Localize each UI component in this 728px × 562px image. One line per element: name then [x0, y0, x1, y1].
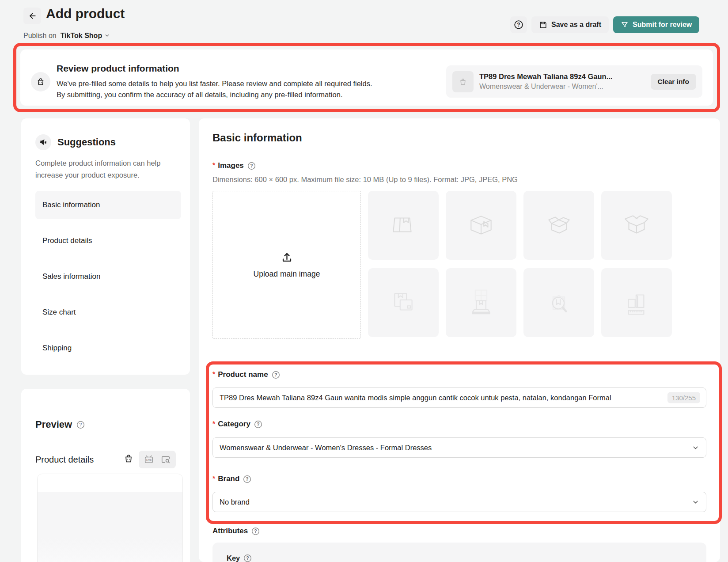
box-open-icon: [544, 211, 573, 240]
live-tv-icon[interactable]: LIVE: [144, 455, 154, 464]
box-open-wide-icon: [622, 211, 651, 240]
image-slot-box-front: [368, 191, 439, 260]
question-circle-icon[interactable]: ?: [243, 554, 252, 562]
publish-channel-dropdown[interactable]: TikTok Shop: [58, 32, 110, 39]
category-value: Womenswear & Underwear - Women's Dresses…: [220, 444, 432, 452]
svg-text:?: ?: [257, 422, 259, 427]
submit-funnel-icon: [621, 21, 629, 29]
banner-line1: We've pre-filled some details to help yo…: [57, 80, 372, 88]
preview-panel: Preview ? Product details LIVE: [21, 389, 190, 562]
box-stack-icon: [389, 288, 418, 317]
preview-phone-header: [38, 474, 182, 492]
upload-main-image-dropzone[interactable]: Upload main image: [212, 191, 361, 339]
browse-search-icon[interactable]: [161, 455, 171, 464]
megaphone-icon: [39, 138, 47, 146]
section-title: Basic information: [212, 132, 302, 144]
preview-phone-body: [38, 492, 182, 562]
svg-text:?: ?: [517, 22, 520, 28]
save-icon: [539, 21, 547, 29]
chevron-down-icon: [692, 444, 699, 452]
product-name-field: 130/255: [212, 387, 706, 408]
attributes-label-row: Attributes ?: [212, 527, 260, 535]
question-circle-icon[interactable]: ?: [254, 420, 262, 429]
chevron-down-icon: [692, 498, 699, 506]
review-banner: Review product information We've pre-fil…: [20, 49, 713, 106]
add-product-page: Add product Publish on TikTok Shop ? Sav…: [0, 0, 728, 562]
upload-icon: [281, 251, 293, 263]
question-circle-icon[interactable]: ?: [251, 527, 260, 535]
preview-tab-label: Product details: [35, 455, 94, 465]
svg-text:?: ?: [250, 163, 253, 168]
preview-title: Preview: [35, 419, 72, 430]
category-select[interactable]: Womenswear & Underwear - Women's Dresses…: [212, 437, 706, 458]
product-card-category: Womenswear & Underwear - Women'...: [479, 83, 645, 91]
preview-phone-frame: [37, 474, 183, 562]
submit-review-button[interactable]: Submit for review: [613, 16, 699, 33]
attributes-key-panel: Key ?: [212, 543, 706, 562]
required-asterisk: *: [212, 371, 215, 379]
question-circle-icon[interactable]: ?: [76, 421, 85, 429]
image-slot-box-stack: [368, 268, 439, 337]
brand-select[interactable]: No brand: [212, 492, 706, 512]
back-button[interactable]: [23, 8, 41, 24]
product-card-name: TP89 Dres Mewah Taliana 89z4 Gaun...: [479, 72, 645, 81]
category-label-row: * Category ?: [212, 420, 262, 429]
box-platform-icon: [466, 287, 497, 318]
svg-text:?: ?: [246, 556, 249, 561]
brand-value: No brand: [220, 498, 250, 506]
brand-label: Brand: [218, 475, 239, 483]
sidebar-item-basic-information[interactable]: Basic information: [35, 191, 181, 219]
product-name-label-row: * Product name ?: [212, 370, 280, 379]
sidebar-item-sales-information[interactable]: Sales information: [35, 262, 181, 291]
save-draft-button[interactable]: Save as a draft: [531, 16, 609, 33]
question-circle-icon[interactable]: ?: [247, 162, 256, 170]
box-measure-icon: [621, 287, 652, 318]
publish-row: Publish on TikTok Shop: [23, 32, 110, 40]
svg-text:?: ?: [254, 529, 257, 534]
banner-bag-badge: [31, 72, 50, 91]
images-label-row: * Images ?: [212, 161, 256, 170]
suggestions-panel: Suggestions Complete product information…: [21, 118, 190, 375]
image-slot-box-search: [523, 268, 594, 337]
category-label: Category: [218, 420, 250, 429]
suggestions-nav: Basic information Product details Sales …: [35, 191, 181, 362]
publish-prefix: Publish on: [23, 32, 57, 39]
banner-line2: By submitting, you confirm the accuracy …: [57, 91, 342, 99]
help-button[interactable]: ?: [510, 16, 527, 33]
box-search-icon: [543, 287, 574, 318]
image-slot-box-platform: [446, 268, 516, 337]
megaphone-badge: [35, 134, 51, 150]
attributes-label: Attributes: [212, 527, 248, 535]
image-slot-box-measure: [601, 268, 672, 337]
arrow-left-icon: [28, 11, 37, 20]
product-name-input[interactable]: [220, 394, 699, 402]
preview-mode-toggle: LIVE: [139, 451, 176, 468]
image-slot-box-3d: [446, 191, 516, 260]
box-3d-icon: [466, 211, 496, 240]
banner-title: Review product information: [57, 63, 179, 74]
shop-bag-icon: [36, 77, 45, 86]
preview-mode-product-button[interactable]: [124, 454, 133, 465]
chevron-down-icon: [104, 33, 110, 38]
sidebar-item-shipping[interactable]: Shipping: [35, 334, 181, 362]
svg-text:LIVE: LIVE: [146, 459, 152, 461]
required-asterisk: *: [212, 475, 215, 483]
sidebar-item-size-chart[interactable]: Size chart: [35, 298, 181, 327]
question-circle-icon[interactable]: ?: [272, 371, 280, 379]
attributes-key-label: Key: [227, 554, 240, 562]
suggestions-title: Suggestions: [57, 137, 116, 148]
images-label: Images: [218, 161, 244, 170]
product-name-label: Product name: [218, 370, 268, 379]
required-asterisk: *: [212, 162, 215, 170]
suggestions-header: Suggestions: [35, 134, 182, 150]
question-circle-icon: ?: [514, 20, 523, 30]
clear-info-button[interactable]: Clear info: [651, 74, 696, 90]
svg-text:?: ?: [274, 372, 277, 377]
sidebar-item-product-details[interactable]: Product details: [35, 227, 181, 255]
suggestions-description: Complete product information can help in…: [35, 157, 178, 181]
product-card-text: TP89 Dres Mewah Taliana 89z4 Gaun... Wom…: [479, 72, 645, 91]
question-circle-icon[interactable]: ?: [243, 475, 251, 483]
prefilled-product-card: TP89 Dres Mewah Taliana 89z4 Gaun... Wom…: [446, 65, 702, 98]
shop-bag-icon: [124, 454, 133, 463]
image-slot-grid: [368, 191, 672, 337]
